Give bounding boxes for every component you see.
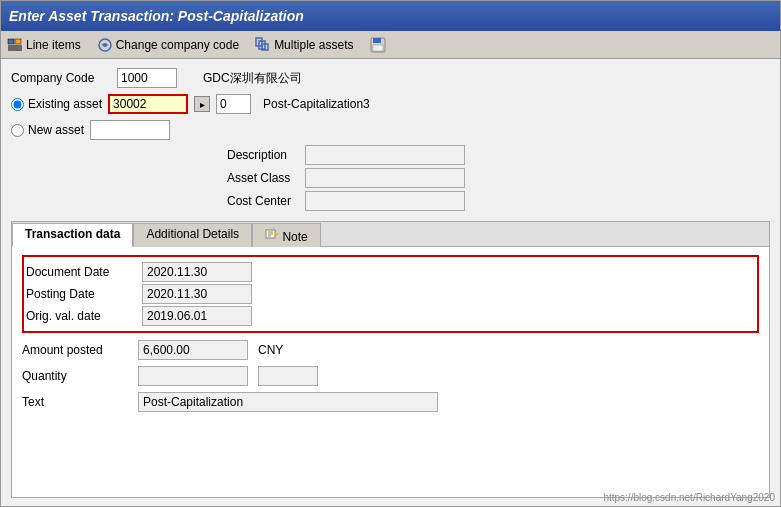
company-code-row: Company Code GDC深圳有限公司	[11, 67, 770, 89]
tabs-container: Transaction data Additional Details	[11, 221, 770, 498]
highlighted-dates-section: Document Date Posting Date Orig. val. da…	[22, 255, 759, 333]
existing-asset-radio[interactable]	[11, 98, 24, 111]
quantity-input[interactable]	[138, 366, 248, 386]
new-asset-radio-group: New asset	[11, 123, 84, 137]
posting-date-row: Posting Date	[26, 283, 755, 305]
amount-posted-label: Amount posted	[22, 343, 132, 357]
multiple-assets-label: Multiple assets	[274, 38, 353, 52]
sub-number-input[interactable]	[216, 94, 251, 114]
window-title: Enter Asset Transaction: Post-Capitaliza…	[9, 8, 304, 24]
orig-val-date-label: Orig. val. date	[26, 309, 136, 323]
tab-transaction-data[interactable]: Transaction data	[12, 223, 133, 247]
existing-asset-radio-group: Existing asset	[11, 97, 102, 111]
cost-center-row: Cost Center	[227, 191, 770, 211]
multiple-assets-button[interactable]: Multiple assets	[255, 37, 353, 53]
posting-date-input[interactable]	[142, 284, 252, 304]
new-asset-label: New asset	[28, 123, 84, 137]
watermark: https://blog.csdn.net/RichardYang2020	[603, 492, 775, 503]
tab-content-transaction-data: Document Date Posting Date Orig. val. da…	[12, 247, 769, 421]
main-window: Enter Asset Transaction: Post-Capitaliza…	[0, 0, 781, 507]
svg-rect-1	[15, 39, 21, 44]
quantity-row: Quantity	[22, 365, 759, 387]
existing-asset-label: Existing asset	[28, 97, 102, 111]
note-pencil-icon	[265, 227, 279, 241]
description-label: Description	[227, 148, 299, 162]
text-input[interactable]	[138, 392, 438, 412]
cost-center-label: Cost Center	[227, 194, 299, 208]
note-icon-container	[265, 227, 279, 241]
asset-class-input[interactable]	[305, 168, 465, 188]
svg-rect-0	[8, 39, 14, 44]
line-items-button[interactable]: Line items	[7, 37, 81, 53]
amount-posted-row: Amount posted CNY	[22, 339, 759, 361]
text-row: Text	[22, 391, 759, 413]
new-asset-input[interactable]	[90, 120, 170, 140]
toolbar: Line items Change company code Multiple …	[1, 31, 780, 59]
company-code-label: Company Code	[11, 71, 111, 85]
amount-posted-input[interactable]	[138, 340, 248, 360]
main-content: Company Code GDC深圳有限公司 Existing asset ▸ …	[1, 59, 780, 506]
post-cap-label: Post-Capitalization3	[263, 97, 370, 111]
description-area: Description Asset Class Cost Center	[11, 145, 770, 211]
tab-note[interactable]: Note	[252, 223, 321, 247]
browse-button[interactable]: ▸	[194, 96, 210, 112]
new-asset-row: New asset	[11, 119, 770, 141]
change-company-button[interactable]: Change company code	[97, 37, 239, 53]
document-date-label: Document Date	[26, 265, 136, 279]
document-date-input[interactable]	[142, 262, 252, 282]
posting-date-label: Posting Date	[26, 287, 136, 301]
new-asset-radio[interactable]	[11, 124, 24, 137]
quantity-label: Quantity	[22, 369, 132, 383]
multiple-assets-icon	[255, 37, 271, 53]
save-icon	[370, 37, 386, 53]
tabs-header: Transaction data Additional Details	[12, 222, 769, 247]
save-button[interactable]	[370, 37, 386, 53]
currency-label: CNY	[258, 343, 283, 357]
change-company-label: Change company code	[116, 38, 239, 52]
document-date-row: Document Date	[26, 261, 755, 283]
asset-class-row: Asset Class	[227, 168, 770, 188]
svg-rect-10	[373, 38, 381, 43]
description-input[interactable]	[305, 145, 465, 165]
existing-asset-row: Existing asset ▸ Post-Capitalization3	[11, 93, 770, 115]
line-items-label: Line items	[26, 38, 81, 52]
svg-rect-11	[373, 45, 383, 51]
company-name-label: GDC深圳有限公司	[203, 70, 302, 87]
change-company-icon	[97, 37, 113, 53]
description-row: Description	[227, 145, 770, 165]
cost-center-input[interactable]	[305, 191, 465, 211]
orig-val-date-row: Orig. val. date	[26, 305, 755, 327]
company-code-input[interactable]	[117, 68, 177, 88]
title-bar: Enter Asset Transaction: Post-Capitaliza…	[1, 1, 780, 31]
asset-class-label: Asset Class	[227, 171, 299, 185]
tab-additional-details[interactable]: Additional Details	[133, 223, 252, 247]
quantity-unit-input[interactable]	[258, 366, 318, 386]
text-label: Text	[22, 395, 132, 409]
orig-val-date-input[interactable]	[142, 306, 252, 326]
line-items-icon	[7, 37, 23, 53]
existing-asset-input[interactable]	[108, 94, 188, 114]
